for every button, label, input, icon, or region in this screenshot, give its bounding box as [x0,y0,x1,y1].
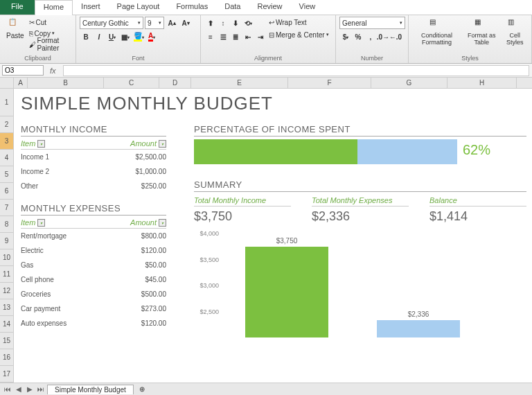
row-header-6[interactable]: 6 [0,183,13,200]
align-bottom-button[interactable]: ⬇ [229,17,242,29]
comma-button[interactable]: , [364,30,377,43]
row-header-15[interactable]: 15 [0,333,13,349]
tab-review[interactable]: Review [249,0,290,15]
total-income-label: Total Monthly Income [194,196,291,207]
font-color-button[interactable]: A▾ [145,30,158,43]
tab-insert[interactable]: Insert [73,0,109,15]
row-header-14[interactable]: 14 [0,316,13,333]
column-header-H[interactable]: H [447,78,517,88]
row-header-11[interactable]: 11 [0,266,13,283]
summary-header: SUMMARY [194,179,526,192]
sheet-nav-prev[interactable]: ◀ [14,385,24,393]
align-right-button[interactable]: ≣ [229,30,242,43]
tab-page-layout[interactable]: Page Layout [109,0,168,15]
progress-fill [194,139,357,164]
table-row[interactable]: Cell phone$45.00 [21,272,166,287]
align-left-button[interactable]: ≡ [204,30,217,43]
tab-data[interactable]: Data [216,0,249,15]
row-header-12[interactable]: 12 [0,283,13,299]
paste-button[interactable]: 📋 Paste [3,17,27,41]
table-row[interactable]: Electric$120.00 [21,243,166,258]
filter-button[interactable]: ▾ [159,140,166,148]
number-format-dropdown[interactable]: General▾ [339,17,405,29]
font-name-dropdown[interactable]: Century Gothic▾ [80,17,143,29]
chart-tick: $3,000 [200,282,219,289]
cell-styles-button[interactable]: ▥Cell Styles [502,17,529,47]
table-row[interactable]: Auto expenses$120.00 [21,316,166,331]
table-row[interactable]: Income 1$2,500.00 [21,150,166,164]
name-box[interactable] [2,65,44,76]
decrease-font-button[interactable]: A▾ [179,17,192,29]
tab-file[interactable]: File [0,0,35,15]
fill-color-button[interactable]: 🪣▾ [132,30,145,43]
increase-indent-button[interactable]: ⇥ [254,30,267,43]
table-row[interactable]: Gas$50.00 [21,258,166,272]
sheet-nav-next[interactable]: ▶ [25,385,35,393]
row-header-8[interactable]: 8 [0,216,13,233]
row-header-2[interactable]: 2 [0,116,13,133]
bold-button[interactable]: B [80,30,92,43]
align-top-button[interactable]: ⬆ [204,17,217,29]
align-middle-button[interactable]: ↕ [217,17,229,29]
row-header-1[interactable]: 1 [0,89,13,116]
conditional-formatting-button[interactable]: ▤Conditional Formatting [412,17,461,47]
page-title: SIMPLE MONTHLY BUDGET [21,89,526,124]
column-header-A[interactable]: A [14,78,28,88]
filter-button[interactable]: ▾ [37,140,45,148]
column-header-D[interactable]: D [159,78,191,88]
row-header-7[interactable]: 7 [0,200,13,216]
row-header-3[interactable]: 3 [0,133,13,150]
tab-view[interactable]: View [291,0,324,15]
align-center-button[interactable]: ☰ [217,30,229,43]
column-header-E[interactable]: E [191,78,288,88]
format-as-table-button[interactable]: ▦Format as Table [463,17,500,47]
fx-icon[interactable]: fx [46,67,60,75]
orientation-button[interactable]: ⟲▾ [242,17,254,29]
table-row[interactable]: Car payment$273.00 [21,301,166,316]
worksheet[interactable]: SIMPLE MONTHLY BUDGET MONTHLY INCOME Ite… [14,89,532,394]
row-header-17[interactable]: 17 [0,366,13,383]
column-header-F[interactable]: F [288,78,371,88]
tab-home[interactable]: Home [35,0,73,15]
row-header-16[interactable]: 16 [0,349,13,366]
column-header-C[interactable]: C [104,78,159,88]
column-header-G[interactable]: G [371,78,447,88]
sheet-tab-active[interactable]: Simple Monthly Budget [47,385,134,394]
border-button[interactable]: ▦▾ [119,30,132,43]
table-row[interactable]: Other$250.00 [21,179,166,193]
sheet-nav-first[interactable]: ⏮ [3,385,12,393]
merge-center-button[interactable]: ⊟ Merge & Center▾ [269,29,329,40]
italic-button[interactable]: I [93,30,105,43]
table-row[interactable]: Rent/mortgage$800.00 [21,229,166,243]
tab-formulas[interactable]: Formulas [168,0,216,15]
row-header-5[interactable]: 5 [0,166,13,183]
wrap-text-button[interactable]: ↩ Wrap Text [269,17,329,28]
row-header-4[interactable]: 4 [0,150,13,166]
percent-button[interactable]: % [352,30,364,43]
sheet-nav-last[interactable]: ⏭ [36,385,46,393]
new-sheet-button[interactable]: ⊕ [135,385,149,393]
cut-button[interactable]: ✂ Cut [29,17,72,28]
underline-button[interactable]: U▾ [106,30,118,43]
row-header-9[interactable]: 9 [0,233,13,249]
filter-button[interactable]: ▾ [159,219,166,227]
filter-button[interactable]: ▾ [37,219,45,227]
row-headers: 1234567891011121314151617 [0,89,14,394]
font-size-dropdown[interactable]: 9▾ [145,17,164,29]
column-header-B[interactable]: B [28,78,104,88]
increase-font-button[interactable]: A▴ [166,17,178,29]
currency-button[interactable]: $▾ [339,30,352,43]
increase-decimal-button[interactable]: .0→ [377,30,389,43]
table-row[interactable]: Groceries$500.00 [21,287,166,301]
row-header-10[interactable]: 10 [0,249,13,266]
format-painter-button[interactable]: 🖌 Format Painter [29,39,72,50]
row-header-13[interactable]: 13 [0,299,13,316]
decrease-indent-button[interactable]: ⇤ [242,30,254,43]
alignment-label: Alignment [204,53,332,62]
table-row[interactable]: Income 2$1,000.00 [21,164,166,179]
number-label: Number [339,53,405,62]
total-expenses-value: $2,336 [312,207,409,224]
decrease-decimal-button[interactable]: ←.0 [389,30,402,43]
formula-input[interactable] [63,65,529,76]
select-all-corner[interactable] [0,78,14,89]
